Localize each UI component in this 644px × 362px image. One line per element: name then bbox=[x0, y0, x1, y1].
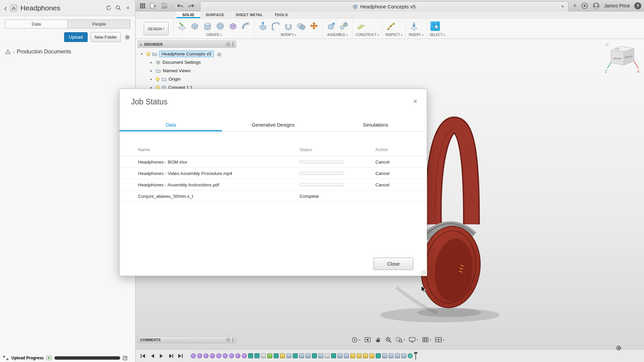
ribbon-tab-sheet-metal[interactable]: SHEET METAL bbox=[230, 11, 269, 18]
browser-header[interactable]: « BROWSER bbox=[138, 41, 236, 48]
timeline-form-icon[interactable] bbox=[223, 353, 228, 358]
select-tool-icon[interactable] bbox=[430, 21, 441, 32]
timeline-joint-icon[interactable] bbox=[350, 353, 355, 358]
timeline-sketch-icon[interactable] bbox=[274, 353, 279, 358]
timeline-extrude-icon[interactable] bbox=[286, 353, 291, 358]
comments-header[interactable]: COMMENTS bbox=[138, 336, 236, 343]
modify-shell-icon[interactable] bbox=[283, 21, 294, 32]
extensions-icon[interactable] bbox=[581, 2, 588, 9]
close-panel-icon[interactable]: × bbox=[125, 5, 131, 11]
expand-arrow-icon[interactable]: ▸ bbox=[150, 60, 154, 64]
back-icon[interactable]: ‹ bbox=[4, 5, 7, 11]
file-menu-icon[interactable] bbox=[150, 2, 157, 9]
comments-resize-grip[interactable] bbox=[232, 337, 234, 342]
timeline-extrude-icon[interactable] bbox=[299, 353, 304, 358]
help-icon[interactable]: ? bbox=[634, 2, 641, 9]
gear-icon[interactable] bbox=[616, 345, 622, 352]
play-upload-icon[interactable] bbox=[46, 356, 52, 360]
modify-press-pull-icon[interactable] bbox=[258, 21, 268, 32]
grid-settings-icon[interactable]: ▾ bbox=[422, 337, 431, 343]
breadcrumb-folder[interactable]: Production Documents bbox=[17, 49, 71, 55]
timeline-extrude-icon[interactable] bbox=[388, 353, 394, 358]
browser-minimize-icon[interactable] bbox=[226, 42, 230, 46]
display-settings-icon[interactable]: ▾ bbox=[409, 337, 418, 343]
timeline-form-icon[interactable] bbox=[242, 353, 247, 358]
timeline-extrude-icon[interactable] bbox=[306, 353, 311, 358]
refresh-icon[interactable] bbox=[105, 5, 112, 11]
timeline-form-icon[interactable] bbox=[191, 353, 196, 358]
timeline-sketch-icon[interactable] bbox=[376, 353, 381, 358]
browser-item-named-views[interactable]: ▸ Named Views bbox=[138, 66, 236, 75]
create-box-icon[interactable] bbox=[189, 21, 200, 32]
timeline-position-marker[interactable] bbox=[415, 352, 416, 360]
create-form-icon[interactable] bbox=[228, 21, 238, 32]
transfer-arrows-icon[interactable] bbox=[3, 356, 9, 360]
timeline-joint-icon[interactable] bbox=[369, 353, 374, 358]
timeline-extrude-icon[interactable] bbox=[401, 353, 406, 358]
timeline-joint-icon[interactable] bbox=[363, 353, 368, 358]
timeline-form-icon[interactable] bbox=[203, 353, 209, 358]
modify-combine-icon[interactable] bbox=[296, 21, 307, 32]
dialog-resize-handle[interactable] bbox=[421, 270, 426, 275]
panel-settings-gear-icon[interactable] bbox=[124, 34, 131, 41]
timeline-appearance-icon[interactable] bbox=[408, 353, 413, 358]
ribbon-tab-tools[interactable]: TOOLS bbox=[269, 11, 293, 18]
timeline-step-back-button[interactable] bbox=[148, 352, 156, 360]
expand-arrow-icon[interactable]: ▸ bbox=[150, 69, 154, 73]
toolbar-group-inspect-label[interactable]: INSPECT▾ bbox=[385, 33, 402, 39]
new-folder-button[interactable]: New Folder bbox=[91, 32, 121, 42]
timeline-play-button[interactable] bbox=[158, 352, 165, 360]
browser-item-origin[interactable]: ▸ Origin bbox=[138, 75, 236, 83]
toolbar-group-create-label[interactable]: CREATE▾ bbox=[177, 33, 251, 39]
timeline-sketch-icon[interactable] bbox=[248, 353, 253, 358]
orbit-icon[interactable]: ▾ bbox=[351, 336, 360, 343]
upload-button[interactable]: Upload bbox=[64, 32, 87, 42]
tab-data[interactable]: Data bbox=[5, 20, 67, 28]
timeline-plane-icon[interactable] bbox=[325, 353, 330, 358]
timeline-form-icon[interactable] bbox=[235, 353, 240, 358]
assemble-new-component-icon[interactable] bbox=[326, 21, 336, 32]
timeline-step-forward-button[interactable] bbox=[167, 352, 175, 360]
collapse-panel-icon[interactable]: « bbox=[140, 42, 142, 46]
app-grid-menu-icon[interactable] bbox=[139, 2, 146, 9]
modify-fillet-icon[interactable] bbox=[270, 21, 281, 32]
toolbar-group-assemble-label[interactable]: ASSEMBLE▾ bbox=[326, 33, 349, 39]
visibility-bulb-icon[interactable] bbox=[156, 77, 159, 81]
toolbar-group-modify-label[interactable]: MODIFY▾ bbox=[258, 33, 319, 39]
cancel-link[interactable]: Cancel bbox=[375, 159, 389, 164]
timeline-move-icon[interactable] bbox=[267, 353, 272, 358]
search-icon[interactable] bbox=[115, 5, 122, 11]
create-sketch-icon[interactable] bbox=[177, 21, 187, 32]
timeline-joint-icon[interactable] bbox=[357, 353, 362, 358]
timeline-form-icon[interactable] bbox=[210, 353, 215, 358]
cancel-link[interactable]: Cancel bbox=[375, 171, 389, 176]
dialog-close-icon[interactable]: × bbox=[413, 97, 417, 106]
zoom-icon[interactable] bbox=[385, 336, 392, 343]
ribbon-tab-surface[interactable]: SURFACE bbox=[200, 11, 230, 18]
zoom-window-icon[interactable]: ▾ bbox=[396, 336, 405, 343]
new-tab-button[interactable]: + bbox=[571, 1, 579, 10]
undo-icon[interactable] bbox=[177, 2, 184, 9]
assemble-joint-icon[interactable] bbox=[338, 21, 349, 32]
timeline-joint-icon[interactable] bbox=[280, 353, 285, 358]
timeline-form-icon[interactable] bbox=[229, 353, 234, 358]
viewports-icon[interactable]: ▾ bbox=[435, 337, 444, 343]
create-cylinder-icon[interactable] bbox=[202, 21, 213, 32]
save-icon[interactable] bbox=[161, 2, 168, 9]
document-tab-close-icon[interactable]: × bbox=[561, 3, 564, 9]
cancel-link[interactable]: Cancel bbox=[375, 182, 389, 187]
comments-minimize-icon[interactable] bbox=[226, 338, 230, 342]
timeline-skip-start-button[interactable] bbox=[139, 352, 146, 360]
avatar[interactable] bbox=[593, 2, 600, 9]
user-name[interactable]: James Price bbox=[604, 3, 630, 8]
insert-icon[interactable] bbox=[409, 21, 419, 32]
timeline-extrude-icon[interactable] bbox=[395, 353, 400, 358]
expand-window-icon[interactable] bbox=[123, 356, 127, 360]
ribbon-tab-solid[interactable]: SOLID bbox=[177, 11, 200, 18]
inspect-measure-icon[interactable] bbox=[385, 21, 396, 32]
document-tab[interactable]: Headphone Concepts v5 × bbox=[200, 1, 568, 11]
view-cube[interactable]: ⌂ TOP FRONT RIGHT X Z bbox=[604, 40, 642, 90]
toolbar-group-select-label[interactable]: SELECT▾ bbox=[430, 33, 445, 39]
timeline-sketch-icon[interactable] bbox=[293, 353, 298, 358]
dialog-tab-generative-designs[interactable]: Generative Designs bbox=[222, 119, 324, 131]
